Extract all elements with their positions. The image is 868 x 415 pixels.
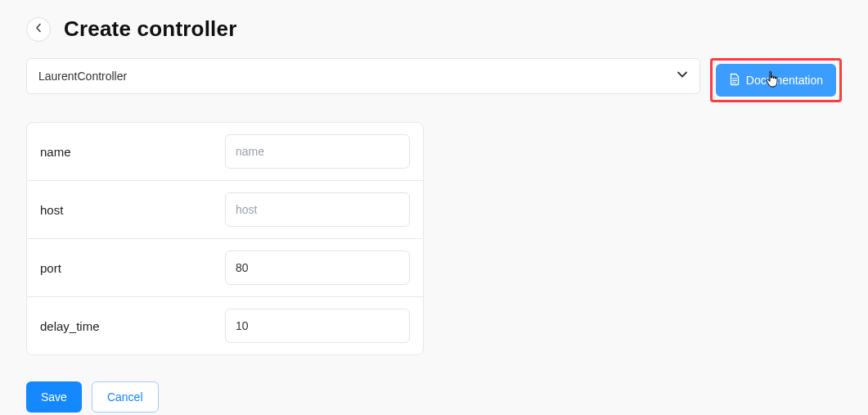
port-field[interactable] (225, 250, 410, 285)
form-row: host (27, 181, 423, 239)
name-field[interactable] (225, 134, 410, 169)
save-button[interactable]: Save (26, 381, 82, 413)
host-field[interactable] (225, 192, 410, 227)
documentation-highlight: Documentation (710, 58, 842, 102)
documentation-button[interactable]: Documentation (716, 64, 836, 97)
back-button[interactable] (26, 17, 51, 42)
form-row: delay_time (27, 297, 423, 354)
controller-type-select[interactable]: LaurentController (26, 58, 700, 94)
field-label-name: name (40, 145, 225, 159)
documentation-button-label: Documentation (746, 74, 823, 87)
page-title: Create controller (64, 16, 236, 42)
controller-form: name host port delay_time (26, 122, 424, 355)
delay-time-field[interactable] (225, 309, 410, 343)
field-label-port: port (40, 261, 225, 275)
document-icon (729, 73, 740, 88)
controller-select-value: LaurentController (38, 70, 127, 83)
field-label-delay-time: delay_time (40, 319, 225, 333)
field-label-host: host (40, 203, 225, 217)
form-row: name (27, 123, 423, 181)
chevron-left-icon (34, 23, 43, 35)
cancel-button[interactable]: Cancel (92, 381, 159, 413)
form-row: port (27, 239, 423, 297)
